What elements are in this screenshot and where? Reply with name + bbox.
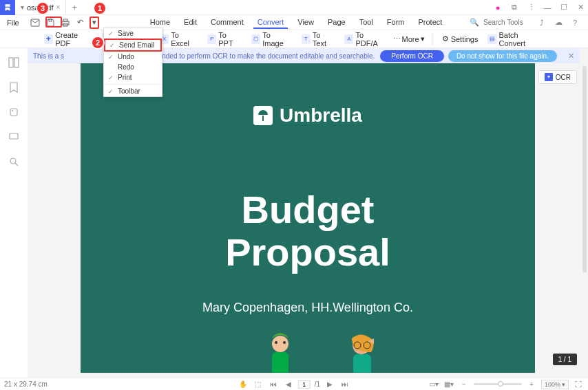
ocr-float-button[interactable]: ✦ OCR <box>538 70 577 84</box>
doc-author: Mary Copenhagen, HH.Wellington Co. <box>202 301 413 315</box>
zoom-out-button[interactable]: − <box>459 379 470 390</box>
tab-tool[interactable]: Tool <box>355 17 377 29</box>
chevron-down-icon: ▾ <box>421 34 425 43</box>
convert-toolbar: ✚Create PDF WTo Word XTo Excel PTo PPT ▢… <box>0 30 588 48</box>
last-page-button[interactable]: ⏭ <box>339 379 350 390</box>
close-banner-button[interactable]: ✕ <box>568 52 574 61</box>
more-icon: ⋯ <box>393 34 401 43</box>
vertical-scrollbar[interactable] <box>582 66 587 272</box>
view-mode-button[interactable]: ▦▾ <box>443 379 454 390</box>
callout-3-highlight <box>45 17 62 28</box>
svg-rect-13 <box>272 352 288 373</box>
help-button[interactable]: ? <box>569 17 581 29</box>
overflow-menu-icon[interactable]: ⋮ <box>523 0 538 15</box>
image-icon: ▢ <box>251 34 260 44</box>
check-icon: ✓ <box>108 88 115 95</box>
divider <box>432 33 432 45</box>
brand-name: Umbrella <box>280 105 362 127</box>
left-sidebar <box>0 48 28 378</box>
fullscreen-button[interactable]: ⛶ <box>573 379 584 390</box>
qat-email-button[interactable] <box>29 17 41 29</box>
file-menu[interactable]: File <box>3 19 23 27</box>
attachments-panel-icon[interactable] <box>8 106 20 118</box>
tab-form[interactable]: Form <box>383 17 409 29</box>
trial-indicator-icon[interactable]: ● <box>490 0 505 15</box>
svg-point-8 <box>12 110 13 111</box>
tab-convert[interactable]: Convert <box>253 17 288 29</box>
callout-3: 3 <box>36 1 50 15</box>
tab-view[interactable]: View <box>293 17 318 29</box>
svg-point-10 <box>10 158 16 164</box>
gear-icon: ⚙ <box>442 34 449 43</box>
prev-page-button[interactable]: ◀ <box>283 379 294 390</box>
zoom-level-box[interactable]: 100%▾ <box>541 380 569 389</box>
tab-close-button[interactable]: × <box>56 3 61 11</box>
menu-item-send-email[interactable]: ✓Send Email <box>104 39 162 52</box>
document-viewport[interactable]: This is a s mmended to perform OCR to ma… <box>28 48 588 378</box>
select-tool-button[interactable]: ⬚ <box>253 379 264 390</box>
callout-2: 2 <box>91 36 105 50</box>
tab-edit[interactable]: Edit <box>180 17 201 29</box>
menu-item-print[interactable]: ✓Print <box>104 72 162 83</box>
check-icon: ✓ <box>108 54 115 61</box>
check-icon: ✓ <box>108 30 115 37</box>
tab-home[interactable]: Home <box>146 17 174 29</box>
qat-undo-button[interactable]: ↶ <box>74 17 87 29</box>
batch-convert-button[interactable]: ▤Batch Convert <box>485 30 547 49</box>
hand-tool-button[interactable]: ✋ <box>238 379 249 390</box>
ocr-icon: ✦ <box>545 73 553 81</box>
search-icon: 🔍 <box>470 18 479 27</box>
search-panel-icon[interactable] <box>8 155 20 168</box>
svg-point-14 <box>275 341 277 344</box>
first-page-button[interactable]: ⏮ <box>268 379 279 390</box>
title-bar: ▾ osal.pdf × + ● ⧉ ⋮ — ☐ ✕ <box>0 0 588 15</box>
app-logo <box>0 0 15 15</box>
to-excel-button[interactable]: XTo Excel <box>157 30 200 49</box>
ppt-icon: P <box>207 34 216 44</box>
banner-text-suffix: mmended to perform OCR to make the docum… <box>147 52 375 60</box>
next-page-button[interactable]: ▶ <box>324 379 335 390</box>
check-icon: ✓ <box>108 74 115 81</box>
more-convert-button[interactable]: ⋯More▾ <box>393 34 425 43</box>
share-window-icon[interactable]: ⧉ <box>507 0 522 15</box>
to-text-button[interactable]: TTo Text <box>299 30 338 49</box>
svg-rect-5 <box>9 58 13 67</box>
create-pdf-button[interactable]: ✚Create PDF <box>41 30 96 49</box>
share-button[interactable]: ⤴ <box>536 17 548 29</box>
thumbnails-panel-icon[interactable] <box>8 56 20 69</box>
menu-item-toolbar[interactable]: ✓Toolbar <box>104 86 162 96</box>
to-image-button[interactable]: ▢To Image <box>249 30 295 49</box>
cloud-button[interactable]: ☁ <box>552 17 565 29</box>
text-icon: T <box>302 34 311 44</box>
menu-item-undo[interactable]: ✓Undo <box>104 52 162 62</box>
fit-page-button[interactable]: ▭▾ <box>428 379 439 390</box>
dismiss-ocr-button[interactable]: Do not show for this file again. <box>448 50 557 62</box>
create-pdf-icon: ✚ <box>44 34 53 44</box>
settings-button[interactable]: ⚙Settings <box>439 33 481 45</box>
search-input[interactable] <box>483 19 532 26</box>
tab-comment[interactable]: Comment <box>207 17 248 29</box>
minimize-button[interactable]: — <box>540 0 555 15</box>
to-pdfa-button[interactable]: ATo PDF/A <box>342 30 388 49</box>
tab-protect[interactable]: Protect <box>414 17 446 29</box>
qat-customize-dropdown[interactable]: ▾ <box>90 17 99 29</box>
close-window-button[interactable]: ✕ <box>573 0 588 15</box>
bookmarks-panel-icon[interactable] <box>8 81 20 94</box>
menu-item-redo[interactable]: Redo <box>104 62 162 72</box>
new-tab-button[interactable]: + <box>66 2 83 12</box>
menu-item-save[interactable]: ✓Save <box>104 28 162 39</box>
tab-page[interactable]: Page <box>324 17 350 29</box>
perform-ocr-button[interactable]: Perform OCR <box>380 50 444 62</box>
save-indicator-icon: ▾ <box>21 3 24 11</box>
comments-panel-icon[interactable] <box>8 131 20 143</box>
brand-row: Umbrella <box>253 105 362 127</box>
pdf-page: Umbrella Budget Proposal Mary Copenhagen… <box>81 63 535 373</box>
page-number-input[interactable] <box>298 380 311 389</box>
maximize-button[interactable]: ☐ <box>556 0 571 15</box>
zoom-slider-thumb[interactable] <box>498 381 503 387</box>
zoom-in-button[interactable]: + <box>526 379 537 390</box>
zoom-slider[interactable] <box>474 383 522 385</box>
menu-bar: File ↶ ▾ Home Edit Comment Convert View … <box>0 15 588 30</box>
to-ppt-button[interactable]: PTo PPT <box>204 30 244 49</box>
qat-customize-menu: ✓Save ✓Send Email ✓Undo Redo ✓Print ✓Too… <box>103 28 162 97</box>
